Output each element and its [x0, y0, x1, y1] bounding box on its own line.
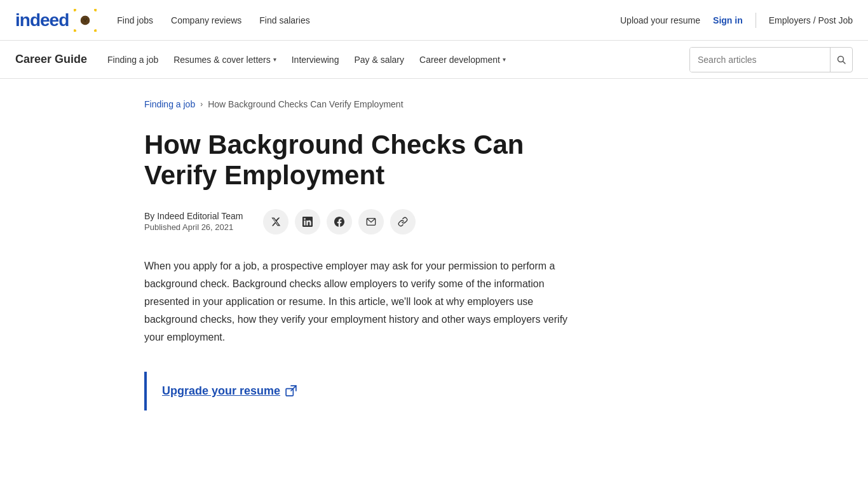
nav-finding-a-job[interactable]: Finding a job [107, 55, 158, 65]
author-info: By Indeed Editorial Team Published April… [144, 211, 243, 232]
svg-line-14 [843, 61, 846, 64]
find-salaries-link[interactable]: Find salaries [259, 15, 309, 25]
share-linkedin-button[interactable] [295, 209, 320, 234]
employers-post-job-link[interactable]: Employers / Post Job [769, 15, 853, 25]
svg-point-2 [93, 9, 97, 12]
share-buttons [263, 209, 416, 234]
share-link-button[interactable] [390, 209, 416, 234]
breadcrumb: Finding a job › How Background Checks Ca… [144, 99, 724, 109]
facebook-icon [334, 217, 344, 227]
career-guide-title: Career Guide [15, 53, 87, 66]
upgrade-resume-link[interactable]: Upgrade your resume [162, 384, 574, 398]
indeed-logo[interactable]: indeed [15, 9, 97, 32]
top-nav-links: Find jobs Company reviews Find salaries [117, 15, 620, 25]
article-intro-paragraph: When you apply for a job, a prospective … [144, 257, 589, 346]
main-content: Finding a job › How Background Checks Ca… [129, 79, 739, 431]
external-link-icon [285, 385, 297, 396]
svg-point-4 [93, 28, 97, 31]
top-nav-right: Upload your resume Sign in Employers / P… [620, 13, 853, 28]
dropdown-chevron: ▾ [273, 56, 276, 63]
nav-pay-salary[interactable]: Pay & salary [354, 55, 404, 65]
logo-text: indeed [15, 10, 69, 30]
nav-resumes-cover-letters[interactable]: Resumes & cover letters ▾ [173, 55, 276, 65]
sunflower-icon [74, 9, 97, 32]
career-guide-navigation: Career Guide Finding a job Resumes & cov… [0, 41, 868, 79]
nav-interviewing[interactable]: Interviewing [292, 55, 339, 65]
upgrade-resume-box: Upgrade your resume [144, 372, 589, 410]
upload-resume-button[interactable]: Upload your resume [620, 15, 700, 25]
share-email-button[interactable] [358, 209, 384, 234]
nav-career-development[interactable]: Career development ▾ [419, 55, 506, 65]
dropdown-chevron-2: ▾ [503, 56, 506, 63]
find-jobs-link[interactable]: Find jobs [117, 15, 153, 25]
nav-divider [756, 13, 756, 28]
breadcrumb-separator: › [200, 100, 203, 109]
author-byline: By Indeed Editorial Team [144, 211, 243, 221]
link-icon [398, 217, 408, 227]
search-articles-input[interactable] [690, 48, 830, 72]
share-twitter-button[interactable] [263, 209, 288, 234]
svg-point-8 [74, 9, 77, 12]
svg-point-6 [74, 28, 77, 31]
search-icon [837, 55, 846, 64]
breadcrumb-current: How Background Checks Can Verify Employm… [208, 99, 403, 109]
article-title: How Background Checks Can Verify Employm… [144, 130, 589, 191]
search-articles-area [689, 47, 853, 72]
career-nav-links: Finding a job Resumes & cover letters ▾ … [107, 55, 689, 65]
svg-point-12 [85, 20, 86, 21]
search-submit-button[interactable] [830, 48, 852, 72]
email-icon [366, 217, 376, 227]
company-reviews-link[interactable]: Company reviews [171, 15, 241, 25]
breadcrumb-parent-link[interactable]: Finding a job [144, 99, 195, 109]
top-navigation: indeed Find jobs Company reviews Find sa… [0, 0, 868, 41]
published-date: Published April 26, 2021 [144, 222, 243, 232]
twitter-icon [271, 217, 281, 227]
share-facebook-button[interactable] [327, 209, 352, 234]
article-meta: By Indeed Editorial Team Published April… [144, 209, 724, 234]
sign-in-button[interactable]: Sign in [713, 15, 743, 25]
svg-point-10 [83, 18, 85, 20]
svg-point-11 [86, 18, 87, 20]
linkedin-icon [302, 217, 313, 227]
